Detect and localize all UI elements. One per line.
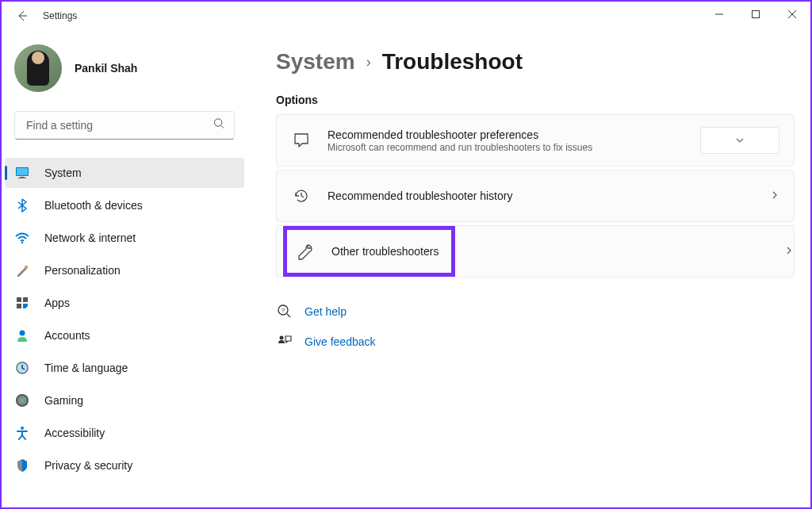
svg-rect-7 xyxy=(17,168,28,175)
sidebar-item-label: Network & internet xyxy=(44,232,136,244)
sidebar-item-system[interactable]: System xyxy=(5,158,244,188)
search-input[interactable] xyxy=(14,111,235,140)
svg-line-5 xyxy=(221,125,224,128)
breadcrumb-current: Troubleshoot xyxy=(382,49,523,75)
sidebar: Pankil Shah System Bluetooth & devices N… xyxy=(2,30,247,507)
sidebar-item-label: Apps xyxy=(44,297,70,309)
avatar xyxy=(14,44,62,92)
back-button[interactable] xyxy=(8,2,36,30)
accessibility-icon xyxy=(14,425,30,441)
sidebar-item-bluetooth[interactable]: Bluetooth & devices xyxy=(5,190,244,220)
main-content: System › Troubleshoot Options Recommende… xyxy=(247,30,810,507)
svg-point-10 xyxy=(21,242,23,243)
bluetooth-icon xyxy=(14,197,30,213)
option-other-troubleshooters[interactable]: Other troubleshooters xyxy=(276,225,795,277)
feedback-icon xyxy=(276,333,293,350)
wifi-icon xyxy=(14,230,30,246)
sidebar-item-time[interactable]: Time & language xyxy=(5,353,244,383)
sidebar-item-network[interactable]: Network & internet xyxy=(5,223,244,253)
svg-rect-9 xyxy=(18,178,26,178)
comment-icon xyxy=(291,130,312,151)
option-title: Recommended troubleshooter preferences xyxy=(327,128,692,141)
profile-name: Pankil Shah xyxy=(75,62,137,75)
give-feedback-link[interactable]: Give feedback xyxy=(276,327,795,357)
option-recommended-preferences[interactable]: Recommended troubleshooter preferences M… xyxy=(276,114,795,166)
sidebar-item-label: Personalization xyxy=(44,264,121,277)
system-icon xyxy=(14,165,30,181)
options-header: Options xyxy=(276,94,795,106)
sidebar-item-label: Time & language xyxy=(44,362,128,374)
help-link-text: Get help xyxy=(304,305,347,318)
svg-rect-14 xyxy=(17,304,21,308)
chevron-right-icon xyxy=(784,246,794,258)
sidebar-item-label: Accessibility xyxy=(44,427,105,439)
svg-rect-13 xyxy=(23,297,28,302)
option-title: Other troubleshooters xyxy=(331,245,439,258)
sidebar-item-label: System xyxy=(44,166,82,179)
get-help-link[interactable]: ? Get help xyxy=(276,297,795,327)
history-icon xyxy=(291,186,312,206)
chevron-down-icon xyxy=(735,136,745,145)
profile-section[interactable]: Pankil Shah xyxy=(2,38,247,105)
svg-point-15 xyxy=(20,331,25,336)
sidebar-item-apps[interactable]: Apps xyxy=(5,288,244,318)
option-subtitle: Microsoft can recommend and run troubles… xyxy=(327,142,692,153)
paint-icon xyxy=(14,262,30,278)
wrench-icon xyxy=(295,241,316,262)
sidebar-item-accessibility[interactable]: Accessibility xyxy=(5,418,244,448)
svg-rect-12 xyxy=(17,297,21,302)
svg-point-20 xyxy=(21,427,24,430)
svg-rect-8 xyxy=(20,177,25,178)
svg-text:?: ? xyxy=(282,307,285,314)
option-troubleshooter-history[interactable]: Recommended troubleshooter history xyxy=(276,170,795,222)
sidebar-item-label: Privacy & security xyxy=(44,459,132,472)
preference-dropdown[interactable] xyxy=(700,127,779,154)
help-icon: ? xyxy=(276,303,293,320)
option-title: Recommended troubleshooter history xyxy=(327,189,762,202)
minimize-button[interactable] xyxy=(701,2,737,27)
sidebar-item-accounts[interactable]: Accounts xyxy=(5,320,244,350)
svg-rect-1 xyxy=(753,11,760,18)
svg-point-23 xyxy=(280,336,284,340)
accounts-icon xyxy=(14,327,30,343)
sidebar-item-privacy[interactable]: Privacy & security xyxy=(5,450,244,480)
feedback-link-text: Give feedback xyxy=(304,335,376,348)
highlight-annotation: Other troubleshooters xyxy=(283,226,455,277)
sidebar-item-label: Accounts xyxy=(44,329,90,342)
breadcrumb: System › Troubleshoot xyxy=(276,49,795,75)
gaming-icon xyxy=(14,392,30,408)
sidebar-item-gaming[interactable]: Gaming xyxy=(5,385,244,415)
sidebar-item-label: Gaming xyxy=(44,394,83,407)
window-title: Settings xyxy=(43,10,77,21)
sidebar-item-personalization[interactable]: Personalization xyxy=(5,255,244,285)
apps-icon xyxy=(14,295,30,311)
clock-icon xyxy=(14,360,30,376)
shield-icon xyxy=(14,457,30,473)
close-button[interactable] xyxy=(774,2,810,27)
chevron-right-icon xyxy=(770,190,779,202)
maximize-button[interactable] xyxy=(737,2,774,27)
svg-point-4 xyxy=(214,119,221,126)
search-icon xyxy=(213,118,225,133)
sidebar-item-label: Bluetooth & devices xyxy=(44,199,143,212)
breadcrumb-parent[interactable]: System xyxy=(276,49,355,75)
chevron-right-icon: › xyxy=(366,54,371,71)
